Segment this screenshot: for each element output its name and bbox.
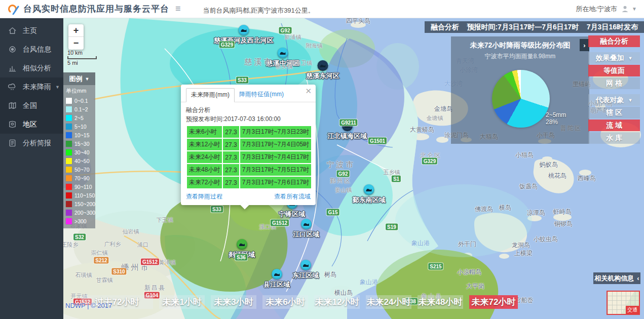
overlay-effect-header[interactable]: 效果叠加 ▼ bbox=[588, 52, 640, 64]
island-label: 饭盏岛 bbox=[519, 182, 538, 191]
chevron-down-icon: ▼ bbox=[55, 85, 60, 90]
sidebar-item-home[interactable]: 主页 bbox=[0, 21, 63, 40]
zoom-in-button[interactable]: + bbox=[68, 24, 84, 37]
legend-item: 30~40 bbox=[66, 148, 94, 156]
basin-icon bbox=[300, 260, 311, 270]
range-cell: 7月3日17时~7月6日17时 bbox=[240, 177, 311, 188]
map-viewport[interactable]: 慈溪西河及西北河区慈溪中河区慈溪东河区江北镇海区域鄞东南区域宁锋区域鄞江区域江口… bbox=[63, 18, 644, 319]
region-marker[interactable]: 江口区域 bbox=[293, 219, 319, 239]
sidebar-item-future-rainfall[interactable]: 未来降雨 ▼ bbox=[0, 77, 63, 96]
legend-color-swatch bbox=[66, 167, 72, 173]
time-button-2[interactable]: 未来1小时 bbox=[159, 295, 205, 309]
region-marker[interactable]: 县江区域 bbox=[263, 269, 290, 289]
time-button-4[interactable]: 未来6小时 bbox=[262, 295, 308, 309]
app-logo-icon bbox=[7, 4, 19, 15]
town-label: 王陵乡 bbox=[63, 241, 79, 249]
typhoon-status-text: 当前台风南玛都,距离宁波市391公里。 bbox=[203, 6, 315, 15]
legend-range-label: 2~5 bbox=[74, 115, 84, 121]
legend-item: 70~90 bbox=[66, 174, 94, 182]
sidebar-item-label: 地区 bbox=[23, 120, 37, 129]
region-name-label: 江北镇海区域 bbox=[327, 132, 367, 141]
legend-header[interactable]: 图例 ▼ bbox=[63, 72, 95, 85]
object-option[interactable]: 水 库 bbox=[588, 132, 640, 144]
island-label: 金塘岛 bbox=[434, 105, 452, 113]
table-row: 未来24小时27.37月3日17时~7月4日17时 bbox=[187, 151, 311, 163]
time-button-8[interactable]: 未来72小时 bbox=[469, 295, 518, 309]
sidebar-item-national[interactable]: 全国 bbox=[0, 96, 63, 115]
sidebar-item-analysis-report[interactable]: 分析简报 bbox=[0, 134, 63, 152]
legend-range-label: 150~200 bbox=[74, 201, 95, 207]
time-button-3[interactable]: 未来3小时 bbox=[211, 295, 256, 309]
fusion-analysis-button[interactable]: 融合分析 bbox=[588, 35, 640, 47]
range-cell: 7月3日17时~7月3日23时 bbox=[240, 126, 311, 138]
region-marker[interactable]: 东江区域 bbox=[292, 260, 319, 280]
water-label: 象山港 bbox=[411, 239, 430, 248]
table-row: 未来48小时27.37月3日17时~7月5日17时 bbox=[187, 164, 311, 176]
legend-title: 图例 bbox=[69, 74, 83, 84]
time-button-7[interactable]: 未来48小时 bbox=[418, 295, 463, 309]
legend-item: 15~30 bbox=[66, 139, 94, 148]
hamburger-menu-icon[interactable]: ≡ bbox=[175, 4, 181, 14]
bar-chart-icon bbox=[8, 64, 17, 72]
close-icon[interactable]: ✕ bbox=[305, 87, 312, 96]
legend-unit: 单位mm bbox=[66, 87, 94, 95]
legend-range-label: 40~50 bbox=[74, 158, 90, 164]
road-badge: G1501 bbox=[368, 138, 387, 144]
road-badge: S33 bbox=[236, 77, 248, 84]
region-name-label: 慈溪东河区 bbox=[307, 71, 339, 81]
basin-icon bbox=[239, 25, 249, 35]
user-menu-caret-icon[interactable]: ▼ bbox=[632, 6, 637, 12]
time-button-5[interactable]: 未来12小时 bbox=[314, 295, 360, 309]
town-label: 下王镇 bbox=[157, 216, 173, 224]
time-button-6[interactable]: 未来24小时 bbox=[366, 295, 411, 309]
legend-color-swatch bbox=[66, 218, 72, 224]
basin-icon bbox=[237, 239, 247, 250]
island-label: 横岛 bbox=[499, 204, 511, 212]
city-label: 宁波市 bbox=[327, 160, 356, 170]
range-cell: 7月3日17时~7月4日17时 bbox=[240, 151, 311, 163]
object-option[interactable]: 流 域 bbox=[588, 119, 640, 131]
pie-chart-title: 未来72小时降雨等级比例分布图 bbox=[451, 41, 589, 50]
zoom-out-button[interactable]: − bbox=[68, 37, 84, 50]
rainfall-legend: 图例 ▼ 单位mm 0~0.10.1~22~55~1010~1515~3030~… bbox=[63, 72, 95, 228]
legend-range-label: 10~15 bbox=[74, 132, 90, 138]
rain-level-pie-chart[interactable] bbox=[492, 70, 550, 128]
pie-chart-subtitle: 宁波市平均面雨量8.98mm bbox=[451, 52, 589, 61]
user-icon[interactable] bbox=[621, 5, 629, 13]
view-rain-process-link[interactable]: 查看降雨过程 bbox=[186, 192, 222, 201]
sidebar-item-region[interactable]: 地区 bbox=[0, 115, 63, 134]
scale-km-label: 10 km bbox=[67, 50, 97, 56]
represent-object-label: 代表对象 bbox=[596, 96, 624, 105]
legend-color-swatch bbox=[66, 115, 72, 121]
tab-rain-feature-value[interactable]: 降雨特征值(mm) bbox=[235, 88, 288, 102]
road-badge: S212 bbox=[94, 257, 108, 264]
tab-future-rainfall[interactable]: 未来降雨(mm) bbox=[186, 88, 235, 102]
location-label: 所在地:宁波市 bbox=[576, 5, 617, 14]
road-badge: G15 bbox=[327, 209, 339, 216]
rainfall-popup: ✕ 未来降雨(mm) 降雨特征值(mm) 融合分析 预报发布时间:2017-07… bbox=[181, 85, 316, 205]
view-all-basins-link[interactable]: 查看所有流域 bbox=[274, 192, 311, 201]
region-marker[interactable]: 鄞东南区域 bbox=[353, 184, 386, 205]
legend-body: 单位mm 0~0.10.1~22~55~1010~1515~3030~4040~… bbox=[63, 85, 95, 228]
sidebar-nav: 主页 台风信息 相似分析 未来降雨 ▼ 全国 地区 bbox=[0, 18, 63, 319]
overlay-option[interactable]: 等值面 bbox=[588, 65, 640, 76]
represent-object-header[interactable]: 代表对象 ▼ bbox=[588, 94, 640, 106]
island-label: 虾峙岛 bbox=[553, 208, 572, 216]
overlay-effect-label: 效果叠加 bbox=[596, 54, 624, 63]
object-option[interactable]: 辖 区 bbox=[588, 107, 640, 118]
sidebar-item-typhoon-info[interactable]: 台风信息 bbox=[0, 40, 63, 59]
overlay-option[interactable]: 网 格 bbox=[588, 77, 640, 89]
island-label: 外干门 bbox=[458, 240, 476, 249]
road-badge: G92 bbox=[337, 171, 350, 177]
minimap-thumbnail[interactable]: 交通 bbox=[607, 291, 640, 315]
sidebar-item-label: 未来降雨 bbox=[23, 83, 51, 92]
sidebar-item-similar-analysis[interactable]: 相似分析 bbox=[0, 59, 63, 77]
related-org-info-button[interactable]: 相关机构信息 ‹ bbox=[593, 272, 640, 284]
pie-slice-tooltip: 2~5mm 28% bbox=[546, 111, 566, 126]
range-cell: 7月3日17时~7月5日17时 bbox=[240, 164, 311, 176]
period-cell: 未来72小时 bbox=[187, 177, 222, 188]
road-badge: G329 bbox=[422, 158, 437, 165]
road-badge: S310 bbox=[111, 268, 126, 275]
island-label: 小猫岛 bbox=[515, 151, 534, 160]
org-button-label: 相关机构信息 bbox=[594, 274, 634, 283]
